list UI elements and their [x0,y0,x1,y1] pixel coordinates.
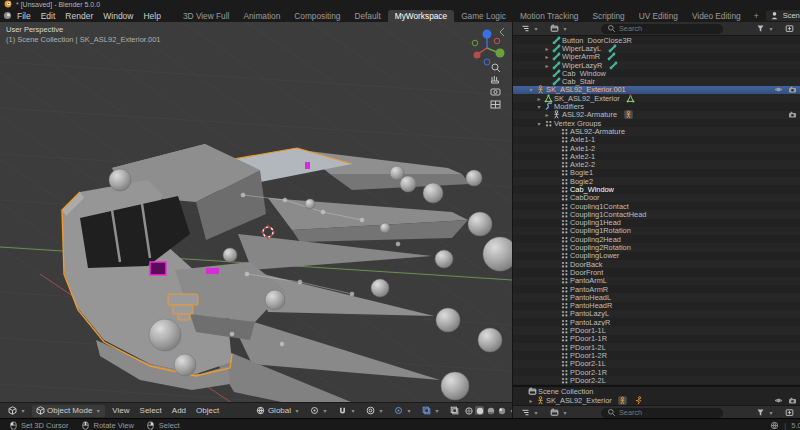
editor-type-button[interactable]: ▾ [517,407,543,419]
eye-icon[interactable] [773,396,783,405]
filter-dropdown[interactable]: ▾ [752,23,778,35]
outliner-row-coupling1contact[interactable]: Coupling1Contact [513,202,800,210]
outliner-row-doorback[interactable]: DoorBack [513,260,800,268]
xray-toggle[interactable] [446,405,462,417]
menu-render[interactable]: Render [60,11,98,21]
viewport-menu-select[interactable]: Select [135,406,167,415]
workspace-tab-game-logic[interactable]: Game Logic [454,10,513,22]
outliner-row-pantoheadr[interactable]: PantoHeadR [513,302,800,310]
outliner-row-couplinglower[interactable]: CouplingLower [513,252,800,260]
display-mode-dropdown[interactable]: ▾ [546,23,572,35]
expander-icon[interactable]: ▾ [527,86,535,93]
outliner-row-pantoarmr[interactable]: PantoArmR [513,285,800,293]
shading-rendered-button[interactable] [497,406,506,415]
outliner-search-input[interactable]: Search [601,408,723,418]
outliner-row-sk-asl92-exterior[interactable]: ▸SK_ASL92_Exterior [513,396,800,405]
workspace-tab-default[interactable]: Default [347,10,387,22]
expander-icon[interactable]: ▸ [535,95,543,102]
expander-icon[interactable]: ▸ [543,62,551,69]
outliner-row-coupling1contacthead[interactable]: Coupling1ContactHead [513,210,800,218]
new-collection-button[interactable] [781,23,797,35]
editor-type-button[interactable]: ▾ [4,405,30,417]
outliner-row-coupling1head[interactable]: Coupling1Head [513,219,800,227]
camera-icon[interactable] [787,110,797,119]
outliner-row-vertex-groups[interactable]: ▾Vertex Groups [513,119,800,127]
outliner-row-pdoor1-1l[interactable]: PDoor1-1L [513,326,800,334]
blender-logo-icon [4,0,12,9]
outliner-row-coupling2rotation[interactable]: Coupling2Rotation [513,243,800,251]
outliner-row-doorfront[interactable]: DoorFront [513,268,800,276]
expander-icon[interactable]: ▸ [543,45,551,52]
menu-window[interactable]: Window [98,11,138,21]
workspace-tab-myworkspace[interactable]: MyWorkspace [388,10,454,22]
outliner-row-bogie2[interactable]: Bogie2 [513,177,800,185]
outliner-editor-icon [520,408,530,417]
snap-toggle[interactable]: ▾ [334,405,360,417]
outliner-row-cab-window[interactable]: Cab_Window [513,185,800,193]
workspace-tab-motion-tracking[interactable]: Motion Tracking [513,10,586,22]
outliner-row-bogie1[interactable]: Bogie1 [513,169,800,177]
viewport-menu-object[interactable]: Object [191,406,224,415]
display-mode-dropdown[interactable]: ▾ [546,407,572,419]
scene-selector[interactable]: Scene × [765,9,800,22]
outliner-panel: ▾ ▾ Search ▾ Button_DoorClose3R▸WiperLaz… [512,22,800,418]
workspace-tab-uv-editing[interactable]: UV Editing [632,10,685,22]
outliner-row-pantoarml[interactable]: PantoArmL [513,277,800,285]
blender-menu-icon[interactable] [2,11,12,20]
workspace-tab-animation[interactable]: Animation [236,10,287,22]
outliner-row-axle1-2[interactable]: Axle1-2 [513,144,800,152]
expander-icon[interactable]: ▸ [543,111,551,118]
outliner-row-scene-collection[interactable]: Scene Collection [513,387,800,396]
eye-icon[interactable] [773,85,783,94]
camera-icon[interactable] [787,396,797,405]
new-collection-button[interactable] [781,407,797,419]
outliner-row-pdoor1-2l[interactable]: PDoor1-2L [513,343,800,351]
outliner-row-coupling1rotation[interactable]: Coupling1Rotation [513,227,800,235]
menu-edit[interactable]: Edit [36,11,61,21]
expander-icon[interactable]: ▸ [527,397,535,404]
outliner-row-axle2-1[interactable]: Axle2-1 [513,152,800,160]
outliner-row-coupling2head[interactable]: Coupling2Head [513,235,800,243]
outliner-row-pdoor1-2r[interactable]: PDoor1-2R [513,351,800,359]
viewport-menu-view[interactable]: View [107,406,134,415]
mode-dropdown[interactable]: Object Mode▾ [32,405,105,417]
bone-icon [608,61,618,70]
shading-material-button[interactable] [486,406,495,415]
workspace-tab-compositing[interactable]: Compositing [287,10,347,22]
camera-icon[interactable] [787,85,797,94]
outliner-search-input[interactable]: Search [601,24,723,34]
workspace-tab-scripting[interactable]: Scripting [585,10,631,22]
collection-icon [527,387,537,396]
expander-icon[interactable]: ▾ [535,120,543,127]
expander-icon[interactable]: ▸ [543,53,551,60]
filter-dropdown[interactable]: ▾ [752,407,778,419]
outliner-row-pdoor2-1r[interactable]: PDoor2-1R [513,368,800,376]
outliner-row-pantolazyl[interactable]: PantoLazyL [513,310,800,318]
outliner-row-cabdoor[interactable]: CabDoor [513,194,800,202]
outliner-row-pdoor2-2l[interactable]: PDoor2-2L [513,376,800,384]
outliner-row-pantoheadl[interactable]: PantoHeadL [513,293,800,301]
outliner-row-pdoor2-1l[interactable]: PDoor2-1L [513,360,800,368]
workspace-tab-video-editing[interactable]: Video Editing [685,10,748,22]
expander-icon[interactable]: ▾ [535,103,543,110]
overlays-dropdown[interactable]: ▾ [418,405,444,417]
outliner-row-axle1-1[interactable]: Axle1-1 [513,136,800,144]
outliner-row-axle2-2[interactable]: Axle2-2 [513,160,800,168]
menu-file[interactable]: File [12,11,36,21]
orientation-dropdown[interactable]: Global▾ [253,405,304,417]
viewport-menu-add[interactable]: Add [167,406,191,415]
viewport-canvas[interactable] [0,22,512,403]
outliner-row-pantolazyr[interactable]: PantoLazyR [513,318,800,326]
workspace-tab-3d-view-full[interactable]: 3D View Full [176,10,236,22]
window-titlebar: * [Unsaved] - Blender 5.0.0 [0,0,800,9]
shading-solid-button[interactable] [475,406,484,415]
outliner-row-asl92-armature[interactable]: ASL92-Armature [513,127,800,135]
gizmos-dropdown[interactable]: ▾ [390,405,416,417]
outliner-row-pdoor1-1r[interactable]: PDoor1-1R [513,335,800,343]
editor-type-button[interactable]: ▾ [517,23,543,35]
menu-help[interactable]: Help [138,11,165,21]
pivot-dropdown[interactable]: ▾ [306,405,332,417]
proportional-edit-dropdown[interactable]: ▾ [362,405,388,417]
add-workspace-button[interactable]: + [748,11,765,21]
shading-wireframe-button[interactable] [464,406,473,415]
